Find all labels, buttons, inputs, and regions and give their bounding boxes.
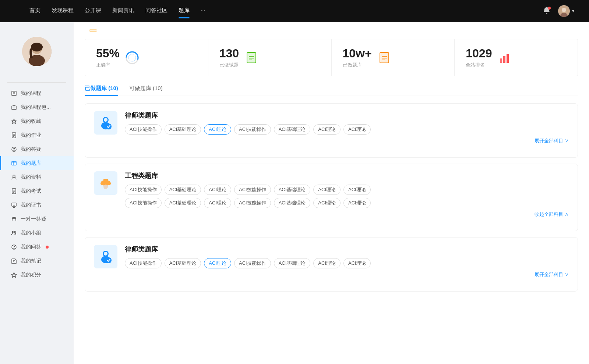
sidebar-divider-1: [7, 82, 66, 83]
bank-icon-lawyer: [94, 111, 117, 135]
sidebar-item-我的小组[interactable]: 我的小组: [0, 226, 74, 240]
bank-tag[interactable]: ACI理论: [313, 124, 341, 135]
package-icon: [11, 104, 17, 110]
svg-point-67: [104, 252, 107, 256]
svg-point-60: [104, 118, 107, 122]
note-icon: [11, 258, 17, 264]
nav-item-公开课[interactable]: 公开课: [85, 7, 101, 15]
bank-tag[interactable]: ACI基础理论: [165, 258, 201, 268]
nav-item-发现课程[interactable]: 发现课程: [52, 7, 74, 15]
bank-info: 工程类题库 ACI技能操作ACI基础理论ACI理论ACI技能操作ACI基础理论A…: [125, 171, 569, 218]
svg-rect-7: [12, 91, 16, 96]
bank-tag[interactable]: ACI技能操作: [125, 185, 162, 195]
stat-value: 55%: [96, 47, 120, 60]
homework-icon: [11, 132, 17, 138]
main-content: 55% 正确率 130 已做试题 10w+ 已做题库 1029 全站排名 已做题…: [74, 22, 589, 364]
sidebar-item-label: 我的题库: [21, 160, 41, 167]
sidebar-item-label: 我的作业: [21, 132, 41, 139]
header-left: 首页发现课程公开课新闻资讯问答社区题库···: [15, 7, 205, 15]
cert-icon: [11, 202, 17, 208]
svg-marker-41: [11, 272, 17, 278]
bank-tag[interactable]: ACI技能操作: [234, 124, 271, 135]
sidebar-item-我的作业[interactable]: 我的作业: [0, 128, 74, 142]
sidebar-item-我的课程包...[interactable]: 我的课程包...: [0, 100, 74, 114]
bank-tag[interactable]: ACI理论: [204, 124, 231, 135]
sidebar-item-我的题库[interactable]: 我的题库: [0, 156, 74, 170]
sidebar-item-我的资料[interactable]: 我的资料: [0, 170, 74, 184]
bank-tag[interactable]: ACI技能操作: [125, 198, 162, 208]
svg-rect-56: [503, 56, 505, 63]
tags-row-2: ACI技能操作ACI基础理论ACI理论ACI技能操作ACI基础理论ACI理论AC…: [125, 198, 569, 208]
bank-tag[interactable]: ACI基础理论: [274, 198, 311, 208]
svg-point-1: [562, 8, 566, 12]
bank-tag[interactable]: ACI理论: [343, 258, 371, 268]
bank-tag[interactable]: ACI理论: [313, 198, 341, 208]
sidebar-item-我的笔记[interactable]: 我的笔记: [0, 254, 74, 268]
bank-info: 律师类题库 ACI技能操作ACI基础理论ACI理论ACI技能操作ACI基础理论A…: [125, 111, 569, 144]
bank-tag[interactable]: ACI理论: [343, 124, 371, 135]
sidebar-item-我的积分[interactable]: 我的积分: [0, 268, 74, 282]
tabs: 已做题库 (10)可做题库 (10): [85, 85, 578, 96]
svg-point-24: [13, 175, 15, 177]
expand-link[interactable]: 展开全部科目 ∨: [125, 271, 569, 278]
bank-icon-lawyer: [94, 245, 117, 268]
expand-link[interactable]: 展开全部科目 ∨: [125, 138, 569, 144]
svg-point-68: [106, 257, 112, 263]
sidebar-item-label: 我的证书: [21, 202, 41, 208]
bank-tag[interactable]: ACI基础理论: [274, 124, 311, 135]
sidebar-item-label: 我的考试: [21, 188, 41, 195]
notification-bell[interactable]: [543, 7, 551, 16]
bank-tag[interactable]: ACI基础理论: [274, 185, 311, 195]
sidebar-item-我的考试[interactable]: 我的考试: [0, 184, 74, 198]
svg-line-32: [15, 207, 15, 208]
stat-item-正确率: 55% 正确率: [85, 39, 208, 76]
sidebar-item-我的问答[interactable]: 我的问答: [0, 240, 74, 254]
collapse-link[interactable]: 收起全部科目 ∧: [125, 211, 569, 218]
question-icon: [11, 146, 17, 152]
tab-已做题库 (10)[interactable]: 已做题库 (10): [85, 85, 118, 96]
svg-rect-63: [103, 179, 108, 181]
bank-tag[interactable]: ACI理论: [343, 185, 371, 195]
bank-tag[interactable]: ACI理论: [204, 185, 231, 195]
sidebar-item-我的课程[interactable]: 我的课程: [0, 86, 74, 100]
bank-tag[interactable]: ACI技能操作: [234, 198, 271, 208]
nav-item-问答社区[interactable]: 问答社区: [145, 7, 167, 15]
bank-tag[interactable]: ACI基础理论: [274, 258, 311, 268]
bank-tag[interactable]: ACI技能操作: [234, 258, 271, 268]
svg-point-6: [31, 43, 43, 51]
stat-value: 10w+: [343, 47, 372, 60]
tab-可做题库 (10)[interactable]: 可做题库 (10): [129, 85, 163, 96]
sidebar-item-label: 一对一答疑: [21, 216, 46, 222]
bank-tag[interactable]: ACI基础理论: [165, 198, 201, 208]
qa-icon: [11, 244, 17, 250]
nav-item-···[interactable]: ···: [201, 7, 205, 15]
nav-item-首页[interactable]: 首页: [29, 7, 40, 15]
nav-item-题库[interactable]: 题库: [179, 7, 190, 15]
sidebar-item-一对一答疑[interactable]: 一对一答疑: [0, 212, 74, 226]
user-avatar-wrap[interactable]: ▾: [558, 5, 574, 17]
bank-tag[interactable]: ACI理论: [204, 258, 231, 268]
tags-row-1: ACI技能操作ACI基础理论ACI理论ACI技能操作ACI基础理论ACI理论AC…: [125, 185, 569, 195]
nav-item-新闻资讯[interactable]: 新闻资讯: [112, 7, 134, 15]
stats-row: 55% 正确率 130 已做试题 10w+ 已做题库 1029 全站排名: [85, 39, 578, 76]
sidebar-item-我的证书[interactable]: 我的证书: [0, 198, 74, 212]
svg-point-64: [103, 185, 108, 189]
bank-tag[interactable]: ACI理论: [343, 198, 371, 208]
svg-point-44: [128, 54, 136, 61]
bank-tag[interactable]: ACI技能操作: [125, 258, 162, 268]
sidebar-item-我的收藏[interactable]: 我的收藏: [0, 114, 74, 128]
stat-icon-chart-red: [498, 51, 511, 64]
bank-tag[interactable]: ACI基础理论: [165, 124, 201, 135]
one-one-icon: [11, 216, 17, 222]
stat-value: 1029: [466, 47, 492, 60]
sidebar-item-label: 我的收藏: [21, 118, 41, 125]
stat-value: 130: [219, 47, 239, 60]
bank-tag[interactable]: ACI技能操作: [125, 124, 162, 135]
bank-tag[interactable]: ACI理论: [204, 198, 231, 208]
bank-tag[interactable]: ACI理论: [313, 185, 341, 195]
bank-tag[interactable]: ACI理论: [313, 258, 341, 268]
bank-tag[interactable]: ACI基础理论: [165, 185, 201, 195]
bank-tag[interactable]: ACI技能操作: [234, 185, 271, 195]
svg-rect-57: [507, 54, 509, 63]
sidebar-item-我的答疑[interactable]: 我的答疑: [0, 142, 74, 156]
